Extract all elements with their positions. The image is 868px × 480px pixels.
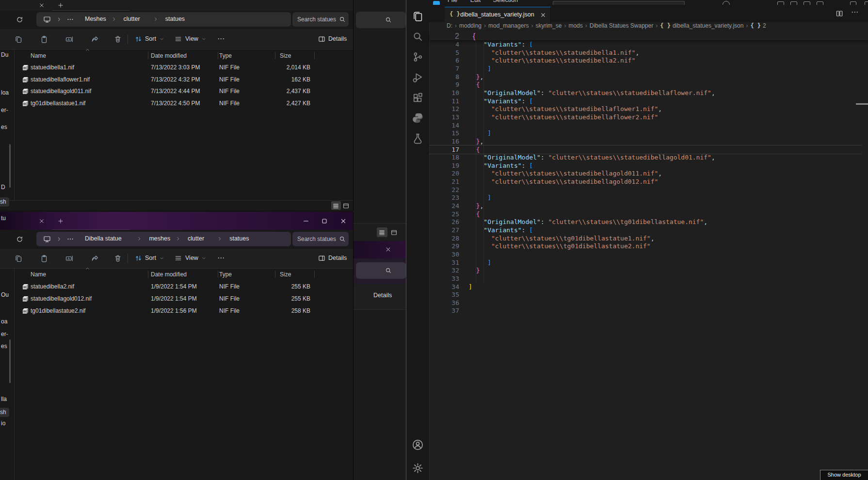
paste-icon[interactable]	[40, 35, 48, 43]
file-row[interactable]: statuedibellagold012.nif1/9/2022 1:54 PM…	[15, 293, 352, 305]
share-icon[interactable]	[91, 35, 99, 43]
scrollbar-mark[interactable]	[856, 103, 868, 105]
breadcrumb-segment[interactable]: Meshes	[85, 16, 106, 22]
chevron-right-icon	[217, 236, 223, 242]
details-view-icon[interactable]	[342, 202, 350, 209]
testing-icon[interactable]	[412, 133, 423, 144]
nav-scrollbar[interactable]	[9, 339, 11, 383]
rename-icon[interactable]: A	[65, 255, 73, 262]
details-pane-icon	[318, 35, 325, 43]
nav-item-fragment[interactable]: loa	[1, 89, 9, 96]
delete-icon[interactable]	[114, 255, 122, 262]
nav-item-fragment[interactable]: es	[1, 343, 7, 350]
nav-item-fragment[interactable]: D	[1, 184, 5, 191]
source-control-icon[interactable]	[412, 51, 423, 63]
maximize-icon[interactable]	[321, 218, 328, 224]
back-status-bar-fragment	[353, 223, 406, 241]
breadcrumb-segment[interactable]: clutter	[124, 16, 140, 22]
breadcrumb-ellipsis-icon[interactable]	[66, 235, 74, 243]
details-button[interactable]: Details	[318, 254, 347, 263]
copy-icon[interactable]	[15, 35, 22, 43]
column-header-name[interactable]: Name	[31, 52, 46, 59]
explorer-icon[interactable]	[412, 11, 423, 22]
column-header-type[interactable]: Type	[219, 52, 232, 59]
new-tab-icon[interactable]	[58, 218, 64, 224]
file-row[interactable]: tg01dibellastatue1.nif7/13/2022 4:50 PMN…	[15, 98, 352, 110]
new-tab-icon[interactable]	[58, 2, 64, 8]
breadcrumb-segment[interactable]: statues	[229, 235, 249, 242]
search-box[interactable]: Search statues	[292, 12, 349, 27]
more-options-icon[interactable]: ⋯	[217, 254, 225, 262]
refresh-icon[interactable]	[16, 16, 23, 23]
more-options-icon[interactable]: ⋯	[217, 34, 225, 43]
column-header-size[interactable]: Size	[280, 271, 291, 278]
column-header-date-modified[interactable]: Date modified	[151, 271, 187, 278]
run-and-debug-icon[interactable]	[412, 72, 423, 83]
window-close-icon[interactable]	[340, 218, 347, 224]
file-row[interactable]: tg01dibellastatue2.nif1/9/2022 1:56 PMNI…	[15, 305, 352, 317]
nav-item-fragment[interactable]: sh	[0, 197, 9, 207]
address-bar[interactable]: Meshesclutterstatues	[36, 12, 291, 27]
address-row: MeshesclutterstatuesSearch statues	[0, 12, 353, 28]
column-header-type[interactable]: Type	[219, 271, 232, 278]
code-text: "clutter\\statues\\statuedibella1.nif",	[468, 48, 639, 57]
nav-item-fragment[interactable]: Du	[1, 51, 8, 58]
nav-item-fragment[interactable]: sh	[0, 408, 9, 417]
nav-item-fragment[interactable]: er-	[1, 107, 8, 113]
search-icon[interactable]	[339, 16, 346, 23]
account-icon[interactable]	[412, 439, 423, 450]
view-button[interactable]: View	[175, 34, 207, 45]
settings-gear-icon[interactable]	[412, 463, 423, 474]
nav-item-fragment[interactable]: lla	[1, 396, 7, 402]
file-row[interactable]: statuedibella1.nif7/13/2022 3:03 PMNIF F…	[15, 62, 352, 74]
list-view-toggle[interactable]	[331, 201, 341, 210]
search-box[interactable]: Search statues	[292, 232, 349, 246]
python-extension-icon[interactable]	[412, 112, 423, 124]
delete-icon[interactable]	[114, 35, 122, 43]
column-header-name[interactable]: Name	[31, 271, 46, 278]
nav-scrollbar[interactable]	[9, 144, 11, 188]
nav-item-fragment[interactable]: oa	[1, 318, 7, 325]
file-date-modified: 1/9/2022 1:54 PM	[151, 295, 197, 302]
extensions-icon[interactable]	[412, 92, 423, 103]
breadcrumb-segment[interactable]: clutter	[188, 235, 204, 242]
breadcrumb-segment[interactable]: meshes	[149, 235, 170, 242]
nav-item-fragment[interactable]: es	[1, 124, 7, 130]
nav-item-fragment[interactable]: io	[1, 420, 5, 427]
details-button[interactable]: Details	[318, 34, 347, 44]
toolbar-divider	[128, 34, 128, 44]
nav-item-fragment[interactable]: Ou	[1, 291, 9, 298]
minimize-icon[interactable]	[303, 218, 309, 224]
view-button[interactable]: View	[175, 253, 207, 264]
share-icon[interactable]	[91, 255, 99, 262]
address-bar[interactable]: Dibella statuemeshesclutterstatues	[36, 232, 291, 246]
file-row[interactable]: statuedibella2.nif1/9/2022 1:54 PMNIF Fi…	[15, 281, 352, 293]
nif-file-icon	[22, 295, 29, 303]
breadcrumb-ellipsis-icon[interactable]	[66, 16, 74, 23]
desktop: { "explorer_top": { "breadcrumb": ["Mesh…	[0, 0, 868, 480]
file-row[interactable]: statuedibellagold011.nif7/13/2022 4:44 P…	[15, 86, 352, 98]
copy-icon[interactable]	[15, 255, 22, 262]
search-icon[interactable]	[412, 31, 423, 42]
line-number: 6	[436, 56, 459, 64]
sort-button[interactable]: Sort	[135, 253, 165, 264]
nav-item-fragment[interactable]: er-	[1, 331, 8, 337]
breadcrumb-segment[interactable]: Dibella statue	[85, 235, 122, 242]
breadcrumb-segment[interactable]: statues	[165, 16, 185, 22]
paste-icon[interactable]	[40, 255, 48, 262]
tab-close-icon[interactable]	[39, 218, 45, 224]
nav-item-fragment[interactable]: tu	[1, 215, 6, 222]
column-header-size[interactable]: Size	[280, 52, 291, 59]
refresh-icon[interactable]	[16, 236, 23, 243]
line-number: 9	[436, 80, 459, 89]
column-header-date-modified[interactable]: Date modified	[151, 52, 187, 59]
tab-close-icon[interactable]	[39, 2, 45, 8]
file-row[interactable]: statuedibellaflower1.nif7/13/2022 4:32 P…	[15, 74, 352, 86]
show-desktop-button[interactable]: Show desktop	[820, 470, 868, 480]
rename-icon[interactable]: A	[65, 35, 73, 43]
explorer-window-bottom: Dibella statuemeshesclutterstatuesSearch…	[0, 212, 354, 480]
code-editor[interactable]: 4 "Variants": [5 "clutter\\statues\\stat…	[429, 0, 868, 480]
code-text: "clutter\\statues\\tg01dibellastatue2.ni…	[468, 242, 651, 250]
sort-button[interactable]: Sort	[135, 34, 165, 45]
search-icon[interactable]	[339, 236, 346, 242]
